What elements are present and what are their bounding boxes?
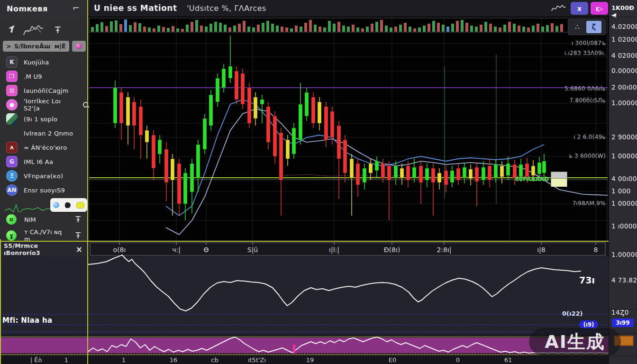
oscillator-panel[interactable] (0, 334, 609, 355)
sidebar-item-label: Ensr suoyıS9 (24, 187, 65, 194)
sidebar: Ŧ > S/lbnгeĀɯ м|Ĕ KKuojülıa❒.M U9⊡Iaunóñ… (0, 17, 88, 242)
cursor-tool-icon[interactable] (7, 24, 16, 36)
sidebar-item[interactable]: GIML I6 Aa (0, 155, 88, 169)
sparkline-mini-toolbar (50, 198, 87, 212)
sidebar-item-label: (9ı 1 soplo (24, 116, 57, 123)
sidebar-item-icon: K (6, 56, 18, 68)
sidebar-item-icon: ● (6, 99, 18, 110)
sidebar-divider-line[interactable] (87, 0, 88, 364)
sidebar-item[interactable]: ΞVFnpara(ко) (0, 169, 88, 183)
rsi-value-label: 73ı (579, 275, 595, 285)
axis-separator (609, 309, 637, 309)
panel-divider-line[interactable] (0, 241, 609, 242)
sidebar-item-label: Kuojülıa (24, 59, 49, 66)
chart-header: U niee ss Mationt 'Udsıtce %, ΓΛArces х … (88, 0, 609, 17)
sidebar-item[interactable]: KKuojülıa (0, 55, 88, 69)
search-prompt: > (6, 43, 11, 50)
trading-app-window: Nomкeвя ⌐ U niee ss Mationt 'Udsıtce %, … (0, 0, 637, 364)
close-tool-button[interactable]: х (571, 2, 588, 15)
price-axis[interactable]: 1K00Ð ◀ 3ı99 (609, 0, 637, 364)
sidebar-item-icon: G (6, 156, 18, 167)
more-options-icon[interactable]: ∴ (568, 23, 586, 31)
instrument-icon: ʊ (6, 214, 17, 225)
rsi-level-badge: (ı9) (579, 320, 598, 328)
search-value: S/lbnгeĀɯ (14, 43, 55, 50)
panel-divider-line (0, 355, 609, 355)
search-options-button[interactable] (72, 41, 86, 52)
sidebar-item-label: IML I6 Aa (24, 158, 53, 165)
ai-watermark: AI生成 (529, 328, 621, 355)
sidebar-item-label: Ivlrean 2 Qnmo (24, 130, 73, 137)
trade-button[interactable]: Ŧ (76, 215, 81, 224)
app-brand: Nomкeвя (7, 4, 48, 13)
left-edge-line (0, 239, 1, 364)
sidebar-item-label: ≈ ÀN'éco'юro (24, 144, 67, 151)
sidebar-item[interactable]: ●'Iorrlkec Loı S2'|a (0, 98, 88, 112)
search-filter-icons: м|Ĕ (55, 43, 66, 50)
symbol-title: U niee ss Mationt 'Udsıtce %, ΓΛArces (94, 3, 266, 13)
brand-bar: Nomкeвя ⌐ (0, 0, 88, 17)
trade-button[interactable]: Ŧ (76, 231, 81, 240)
rsi-level-label: 0(ı22) (562, 310, 582, 317)
window-restore-icon[interactable]: ⌐ (73, 3, 80, 13)
pointer-tool-button[interactable]: ζ (586, 21, 601, 33)
axis-separator (609, 17, 637, 17)
price-box-top (551, 172, 567, 179)
pointer-tool-icon: ζ (592, 23, 596, 31)
axis-separator (609, 355, 637, 356)
draw-tool-icon[interactable] (550, 2, 566, 16)
text-tool-icon[interactable]: Ŧ (55, 25, 61, 35)
app-logo-icon (20, 21, 45, 42)
sidebar-item-icon: ❒ (6, 71, 18, 82)
sidebar-item[interactable]: ʌ≈ ÀN'éco'юro (0, 140, 88, 155)
sidebar-item-label: Iaunóñ(Cagjm (24, 87, 69, 94)
sidebar-item-label: 'Iorrlkec Loı S2'|a (24, 98, 72, 112)
indicator-panel-header: S5/Mrmce ıBonrorío3 × (0, 242, 88, 256)
publish-button[interactable]: ı▷ (591, 2, 608, 15)
time-axis[interactable] (88, 242, 609, 256)
sidebar-item-icon (6, 113, 18, 125)
price-box-value (551, 179, 567, 187)
watchlist-row[interactable]: ʊ NIM Ŧ (0, 212, 88, 227)
symbol-subtitle: 'Udsıtce %, ΓΛArces (187, 4, 266, 13)
panel-divider-line (0, 337, 609, 337)
axis-blue-badge: 3ı99 (612, 318, 634, 327)
close-tool-icon: х (577, 5, 582, 12)
colorful-icon (76, 43, 82, 49)
indicator-panel-title: S5/Mrmce ıBonrorío3 (4, 242, 76, 256)
search-input[interactable]: > S/lbnгeĀɯ м|Ĕ (3, 41, 69, 52)
black-marker-button[interactable] (65, 202, 71, 208)
sidebar-item-label: .M U9 (24, 73, 42, 80)
bottom-time-axis[interactable] (0, 355, 609, 364)
chart-mini-toolbar: ∴ ζ (568, 19, 606, 35)
close-icon[interactable]: × (76, 245, 82, 254)
sidebar-item[interactable]: (9ı 1 soplo (0, 112, 88, 126)
yellow-marker-button[interactable] (76, 202, 84, 209)
sidebar-toolbar: Ŧ (0, 20, 88, 41)
publish-icon: ı▷ (596, 5, 603, 12)
oscillator-band (0, 337, 609, 353)
sidebar-item[interactable]: Ivlrean 2 Qnmo (0, 126, 88, 140)
symbol-name: U niee ss Mationt (94, 3, 177, 13)
sidebar-item-list: KKuojülıa❒.M U9⊡Iaunóñ(Cagjm●'Iorrlkec L… (0, 55, 88, 197)
axis-separator (609, 256, 637, 256)
sidebar-item[interactable]: ⊡Iaunóñ(Cagjm (0, 83, 88, 98)
sidebar-item[interactable]: ❒.M U9 (0, 69, 88, 83)
sidebar-item-icon: Ξ (6, 170, 18, 182)
sidebar-item-label: VFnpara(ко) (24, 173, 63, 180)
blue-marker-button[interactable] (53, 202, 59, 208)
mfi-indicator-label: Mfi: Nlaa ha (2, 316, 52, 325)
watch-label: NIM (24, 216, 68, 223)
chart-canvas[interactable] (88, 17, 609, 242)
sidebar-item-icon: ʌ (6, 142, 18, 153)
sidebar-item-icon: ⊡ (6, 85, 18, 96)
current-price-box (551, 172, 567, 187)
instrument-icon: ɣ (6, 230, 17, 241)
sidebar-item-icon: AN (6, 184, 18, 196)
